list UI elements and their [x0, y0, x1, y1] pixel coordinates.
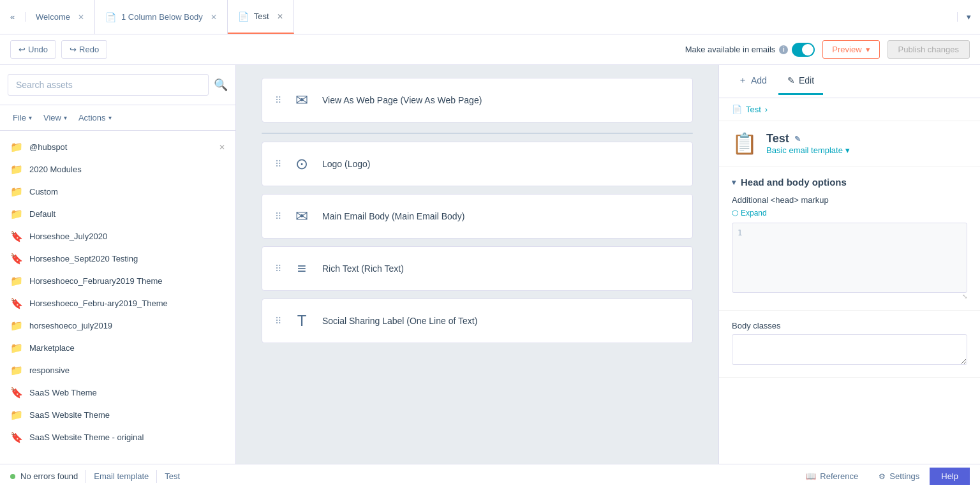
main-layout: 🔍 File ▾ View ▾ Actions ▾ 📁 @hubspot ✕ 📁…: [0, 65, 980, 464]
breadcrumb-arrow: ›: [765, 105, 768, 114]
publish-label: Publish changes: [898, 45, 959, 54]
tab-edit[interactable]: ✎ Edit: [778, 68, 823, 95]
canvas-inner: ⠿ ✉ View As Web Page (View As Web Page) …: [262, 78, 693, 351]
folder-name: Default: [29, 209, 225, 219]
canvas: ⠿ ✉ View As Web Page (View As Web Page) …: [236, 65, 718, 464]
folder-name: SaaS Web Theme: [29, 388, 225, 397]
tab-add[interactable]: ＋ Add: [729, 67, 776, 96]
folder-item[interactable]: 🔖 Horseshoe_July2020: [0, 225, 235, 248]
folder-item[interactable]: 🔖 SaaS Website Theme - original: [0, 426, 235, 448]
tab-icon: 📄: [238, 11, 249, 22]
module-block[interactable]: ⠿ ≡ Rich Text (Rich Text): [262, 246, 693, 291]
line-numbers: 1: [738, 228, 742, 287]
template-name-block: Test ✎ Basic email template ▾: [766, 132, 850, 155]
expand-link[interactable]: ⬡ Expand: [732, 209, 967, 218]
template-icon-small: 📄: [732, 105, 742, 114]
folder-item[interactable]: 🔖 SaaS Web Theme: [0, 381, 235, 404]
file-actions: File ▾ View ▾ Actions ▾: [0, 105, 235, 131]
tab-test[interactable]: 📄 Test ✕: [228, 0, 294, 34]
folder-item[interactable]: 📁 @hubspot ✕: [0, 136, 235, 158]
view-menu[interactable]: View ▾: [38, 110, 72, 125]
section-toggle[interactable]: ▾ Head and body options: [732, 177, 967, 188]
module-block[interactable]: ⠿ ⊙ Logo (Logo): [262, 142, 693, 186]
module-block[interactable]: ⠿ ✉ View As Web Page (View As Web Page): [262, 78, 693, 122]
tab-label: 1 Column Below Body: [121, 12, 203, 22]
no-errors-text: No errors found: [20, 471, 78, 481]
folder-item[interactable]: 📁 Marketplace: [0, 337, 235, 359]
collapse-icon: «: [10, 12, 15, 22]
folder-item[interactable]: 📁 SaaS Website Theme: [0, 404, 235, 426]
collapse-button[interactable]: «: [0, 12, 26, 22]
top-bar: « Welcome ✕ 📄 1 Column Below Body ✕ 📄 Te…: [0, 0, 980, 34]
module-block[interactable]: ⠿ T Social Sharing Label (One Line of Te…: [262, 299, 693, 343]
template-type-arrow-icon: ▾: [845, 145, 850, 155]
head-markup-editor[interactable]: 1: [732, 223, 967, 293]
expand-icon: ⬡: [732, 209, 738, 218]
chevron-down-icon: ▾: [967, 12, 971, 22]
folder-name: Marketplace: [29, 343, 225, 353]
template-type[interactable]: Basic email template ▾: [766, 145, 850, 155]
folder-icon: 📁: [10, 163, 23, 175]
actions-menu[interactable]: Actions ▾: [73, 110, 117, 125]
settings-button[interactable]: ⚙ Settings: [868, 468, 930, 485]
folder-item[interactable]: 📁 Default: [0, 203, 235, 225]
search-input[interactable]: [8, 74, 209, 96]
module-label: Logo (Logo): [322, 159, 371, 169]
module-icon: ✉: [292, 91, 312, 109]
search-bar: 🔍: [0, 65, 235, 105]
folder-name: horseshoeco_july2019: [29, 321, 225, 330]
folder-item[interactable]: 📁 Custom: [0, 181, 235, 203]
preview-button[interactable]: Preview ▾: [822, 40, 879, 59]
tab-close-icon[interactable]: ✕: [78, 13, 84, 22]
body-classes-input[interactable]: [732, 334, 967, 365]
help-button[interactable]: Help: [930, 468, 970, 485]
undo-button[interactable]: ↩ Undo: [10, 40, 56, 59]
module-icon: ≡: [292, 260, 312, 277]
tab-1col[interactable]: 📄 1 Column Below Body ✕: [95, 0, 228, 34]
tabs-area: Welcome ✕ 📄 1 Column Below Body ✕ 📄 Test…: [26, 0, 957, 34]
folder-item[interactable]: 📁 Horseshoeco_February2019 Theme: [0, 270, 235, 292]
file-chevron-icon: ▾: [29, 114, 32, 121]
code-content[interactable]: [750, 228, 961, 287]
make-available-toggle[interactable]: ✓: [792, 43, 815, 57]
actions-chevron-icon: ▾: [108, 114, 112, 121]
tab-close-icon[interactable]: ✕: [277, 12, 283, 21]
reference-button[interactable]: 📖 Reference: [796, 468, 868, 485]
folder-item[interactable]: 📁 horseshoeco_july2019: [0, 314, 235, 337]
folder-item[interactable]: 🔖 Horseshoe_Sept2020 Testing: [0, 248, 235, 270]
drag-handle-icon: ⠿: [275, 263, 281, 274]
folder-icon: 🔖: [10, 297, 23, 309]
search-icon[interactable]: 🔍: [214, 78, 228, 92]
module-label: Rich Text (Rich Text): [322, 263, 404, 274]
drag-handle-icon: ⠿: [275, 95, 281, 105]
tab-close-icon[interactable]: ✕: [211, 13, 217, 22]
toolbar: ↩ Undo ↪ Redo Make available in emails i…: [0, 34, 980, 65]
folder-item[interactable]: 📁 responsive: [0, 359, 235, 381]
folder-icon: 📁: [10, 275, 23, 287]
resize-handle[interactable]: ⤡: [732, 293, 967, 300]
folder-name: @hubspot: [29, 142, 212, 152]
redo-button[interactable]: ↪ Redo: [61, 40, 107, 59]
toolbar-right: Make available in emails i ✓ Preview ▾ P…: [685, 40, 970, 59]
head-body-section: ▾ Head and body options Additional <head…: [719, 166, 980, 311]
folder-name: Horseshoeco_February2019 Theme: [29, 276, 225, 286]
tab-more-button[interactable]: ▾: [957, 12, 980, 22]
drag-handle-icon: ⠿: [275, 159, 281, 169]
folder-item[interactable]: 📁 2020 Modules: [0, 158, 235, 181]
redo-icon: ↪: [70, 45, 77, 54]
section-title: Head and body options: [741, 177, 847, 188]
tab-label: Welcome: [36, 12, 70, 22]
template-name-edit-icon[interactable]: ✎: [794, 135, 801, 144]
breadcrumb[interactable]: 📄 Test ›: [719, 98, 980, 121]
folder-icon: 📁: [10, 409, 23, 421]
drag-handle-icon: ⠿: [275, 211, 281, 221]
info-icon[interactable]: i: [779, 45, 788, 54]
publish-button[interactable]: Publish changes: [887, 40, 970, 59]
tab-welcome[interactable]: Welcome ✕: [26, 0, 95, 34]
module-block[interactable]: ⠿ ✉ Main Email Body (Main Email Body): [262, 194, 693, 239]
folder-icon: 🔖: [10, 431, 23, 443]
folder-item[interactable]: 🔖 Horseshoeco_Febru-ary2019_Theme: [0, 292, 235, 314]
tab-label: Test: [254, 11, 269, 21]
preview-dropdown-icon: ▾: [866, 45, 870, 54]
file-menu[interactable]: File ▾: [8, 110, 37, 125]
